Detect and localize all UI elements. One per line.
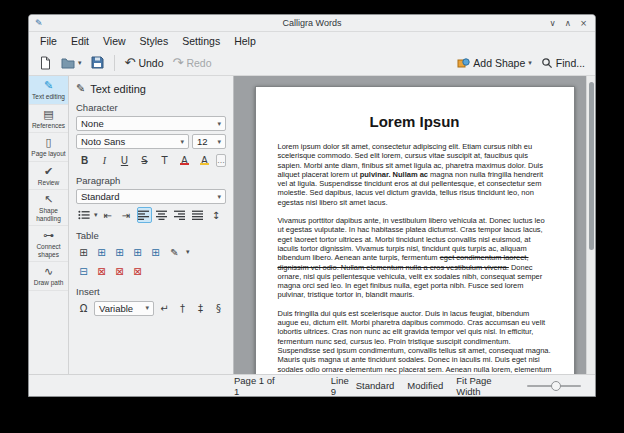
- minimize-button[interactable]: ∨: [549, 18, 555, 28]
- menu-view[interactable]: View: [96, 34, 133, 48]
- background-color-button[interactable]: A: [196, 152, 213, 168]
- menu-help[interactable]: Help: [227, 34, 263, 48]
- paragraph-style-combo[interactable]: Standard ▾: [76, 189, 226, 204]
- list-style-chevron-icon[interactable]: ▾: [94, 211, 98, 219]
- dock-tab-label: Connect shapes: [30, 243, 67, 258]
- undo-icon: ↶: [125, 56, 136, 69]
- list-icon: [78, 210, 90, 220]
- delete-table-button[interactable]: ⊠: [130, 263, 145, 279]
- insert-table-button[interactable]: ⊞: [76, 244, 91, 260]
- font-family-value: Noto Sans: [81, 136, 125, 147]
- italic-button[interactable]: I: [96, 152, 113, 168]
- find-button[interactable]: Find...: [538, 55, 588, 71]
- page-break-button[interactable]: ↵: [157, 300, 172, 316]
- dock-tab-review[interactable]: ✔ Review: [29, 162, 68, 191]
- align-justify-button[interactable]: [191, 207, 206, 223]
- align-center-button[interactable]: [155, 207, 170, 223]
- undo-label: Undo: [138, 57, 163, 69]
- document-page[interactable]: Lorem Ipsun Lorem ipsum dolor sit amet, …: [255, 86, 575, 374]
- scrollbar-thumb[interactable]: [589, 82, 594, 250]
- font-size-combo[interactable]: 12 ▾: [192, 134, 226, 149]
- maximize-button[interactable]: ∧: [565, 18, 571, 28]
- zoom-slider-thumb[interactable]: [551, 381, 561, 391]
- font-color-button[interactable]: A: [176, 152, 193, 168]
- insert-column-right-button[interactable]: ⊞: [148, 244, 163, 260]
- variable-combo[interactable]: Variable ▾: [94, 301, 154, 316]
- page-layout-icon: ▯: [45, 137, 51, 149]
- character-style-value: None: [81, 118, 104, 129]
- align-justify-icon: [192, 210, 204, 221]
- find-label: Find...: [556, 57, 585, 69]
- endnote-button[interactable]: ‡: [193, 300, 208, 316]
- draw-path-icon: ∿: [44, 266, 53, 278]
- add-shape-icon: [457, 57, 470, 69]
- align-left-button[interactable]: [137, 207, 152, 223]
- variable-value: Variable: [99, 303, 133, 314]
- document-canvas[interactable]: Lorem Ipsun Lorem ipsum dolor sit amet, …: [234, 76, 595, 374]
- table-section-label: Table: [76, 230, 226, 241]
- panel-title: Text editing: [90, 83, 146, 95]
- delete-column-button[interactable]: ⊠: [112, 263, 127, 279]
- line-number-label: Line 9: [331, 375, 356, 397]
- zoom-slider[interactable]: [527, 380, 581, 392]
- insert-section-label: Insert: [76, 286, 226, 297]
- save-icon: [91, 56, 104, 69]
- undo-button[interactable]: ↶ Undo: [122, 54, 167, 71]
- save-button[interactable]: [88, 54, 107, 71]
- shape-handling-icon: ↖: [44, 194, 53, 206]
- window-title: Calligra Words: [29, 18, 595, 28]
- chevron-down-icon: ▾: [145, 304, 149, 312]
- dock-tab-text-editing[interactable]: ✎ Text editing: [29, 76, 68, 105]
- bookmark-button[interactable]: §: [211, 300, 226, 316]
- close-button[interactable]: ×: [580, 18, 587, 28]
- redo-button[interactable]: ↷ Redo: [170, 54, 215, 71]
- chevron-down-icon: ▾: [180, 138, 184, 146]
- dock-tab-page-layout[interactable]: ▯ Page layout: [29, 133, 68, 162]
- insert-row-below-button[interactable]: ⊞: [112, 244, 127, 260]
- underline-button[interactable]: U: [116, 152, 133, 168]
- dock-tab-label: Text editing: [32, 93, 65, 101]
- table-border-pen-button[interactable]: ✎: [166, 244, 183, 260]
- dock-tab-shape-handling[interactable]: ↖ Shape handling: [29, 190, 68, 226]
- table-border-chevron-icon[interactable]: ▾: [186, 248, 190, 256]
- open-document-button[interactable]: ▾: [58, 55, 85, 71]
- align-left-icon: [138, 210, 150, 221]
- dock-tab-label: Shape handling: [30, 207, 67, 222]
- panel-header: ✎ Text editing: [76, 82, 226, 95]
- insert-column-left-button[interactable]: ⊞: [130, 244, 145, 260]
- dock-tab-references[interactable]: ▤ References: [29, 105, 68, 134]
- delete-row-button[interactable]: ⊠: [94, 263, 109, 279]
- open-recent-chevron-icon[interactable]: ▾: [78, 59, 82, 67]
- insert-row-above-button[interactable]: ⊞: [94, 244, 109, 260]
- menu-edit[interactable]: Edit: [64, 34, 96, 48]
- dock-tab-connect-shapes[interactable]: ⊶ Connect shapes: [29, 226, 68, 262]
- character-style-combo[interactable]: None ▾: [76, 116, 226, 131]
- menu-file[interactable]: File: [33, 34, 64, 48]
- text-editing-panel: ✎ Text editing Character None ▾ Noto San…: [69, 76, 234, 374]
- add-shape-button[interactable]: Add Shape ▾: [454, 55, 534, 71]
- list-style-button[interactable]: [76, 207, 91, 223]
- line-spacing-button[interactable]: ↕: [209, 207, 224, 223]
- new-document-button[interactable]: [36, 54, 55, 72]
- footnote-button[interactable]: †: [175, 300, 190, 316]
- increase-indent-button[interactable]: ⇥: [119, 207, 134, 223]
- align-right-button[interactable]: [173, 207, 188, 223]
- statusbar: Page 1 of 1 Line 9 Standard Modified Fit…: [29, 374, 595, 396]
- more-character-options-button[interactable]: …: [216, 154, 226, 167]
- menu-styles[interactable]: Styles: [133, 34, 176, 48]
- bold-button[interactable]: B: [76, 152, 93, 168]
- special-character-button[interactable]: Ω: [76, 300, 91, 316]
- decrease-indent-button[interactable]: ⇤: [101, 207, 116, 223]
- dock-tab-label: Page layout: [31, 150, 65, 158]
- dock-tab-label: Draw path: [34, 279, 64, 287]
- merge-cells-button[interactable]: ⊟: [76, 263, 91, 279]
- dock-tab-draw-path[interactable]: ∿ Draw path: [29, 262, 68, 291]
- menu-settings[interactable]: Settings: [175, 34, 227, 48]
- calligra-words-window: ✎ Calligra Words ∨ ∧ × File Edit View St…: [28, 14, 596, 397]
- vertical-scrollbar[interactable]: [586, 76, 595, 374]
- subscript-superscript-button[interactable]: T: [156, 152, 173, 168]
- strikethrough-button[interactable]: S: [136, 152, 153, 168]
- font-family-combo[interactable]: Noto Sans ▾: [76, 134, 189, 149]
- titlebar[interactable]: ✎ Calligra Words ∨ ∧ ×: [29, 15, 595, 32]
- zoom-mode-button[interactable]: Fit Page Width: [456, 375, 514, 397]
